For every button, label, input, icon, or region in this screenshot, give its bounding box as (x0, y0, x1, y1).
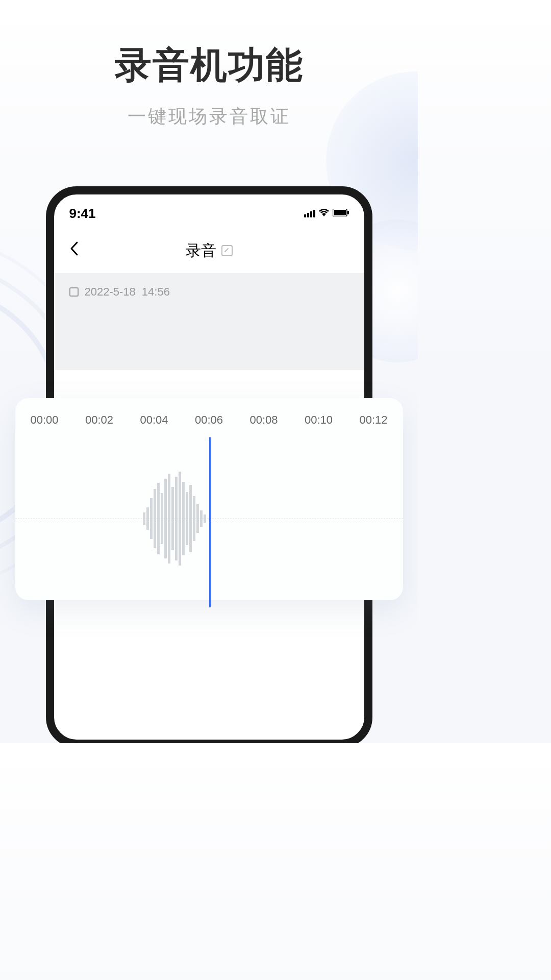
recording-info-section: 2022-5-18 14:56 (54, 273, 364, 370)
back-button[interactable] (69, 241, 79, 260)
playhead[interactable] (209, 437, 211, 607)
time-label: 00:06 (195, 413, 223, 427)
svg-rect-4 (146, 507, 149, 530)
time-label: 00:04 (140, 413, 168, 427)
svg-rect-3 (143, 512, 145, 525)
svg-rect-2 (347, 211, 349, 214)
svg-rect-5 (150, 498, 153, 539)
svg-rect-18 (196, 504, 199, 533)
battery-icon (333, 209, 349, 218)
svg-rect-20 (204, 514, 206, 523)
status-icons (304, 208, 349, 218)
status-bar: 9:41 (54, 201, 364, 226)
svg-rect-10 (168, 474, 170, 564)
recording-date-row: 2022-5-18 14:56 (69, 285, 349, 299)
waveform-area[interactable] (15, 437, 403, 600)
signal-icon (304, 210, 315, 217)
svg-rect-7 (157, 483, 160, 554)
calendar-icon (69, 287, 79, 297)
svg-rect-17 (193, 496, 195, 541)
marketing-header: 录音机功能 一键现场录音取证 (0, 0, 418, 129)
svg-rect-9 (164, 479, 167, 558)
svg-rect-19 (200, 510, 203, 527)
waveform-graphic (143, 468, 209, 570)
nav-bar: 录音 (54, 236, 364, 265)
svg-rect-14 (182, 482, 185, 555)
edit-icon[interactable] (221, 245, 233, 256)
time-labels-row: 00:00 00:02 00:04 00:06 00:08 00:10 00:1… (15, 413, 403, 427)
svg-rect-12 (175, 477, 178, 560)
recording-time: 14:56 (142, 285, 170, 299)
time-label: 00:12 (359, 413, 387, 427)
nav-title-group: 录音 (186, 240, 233, 261)
svg-rect-15 (186, 492, 188, 545)
marketing-title: 录音机功能 (0, 41, 418, 90)
chevron-left-icon (69, 241, 79, 256)
waveform-panel[interactable]: 00:00 00:02 00:04 00:06 00:08 00:10 00:1… (15, 398, 403, 600)
svg-rect-1 (334, 210, 346, 215)
svg-rect-16 (189, 485, 192, 552)
time-label: 00:02 (85, 413, 113, 427)
time-label: 00:08 (249, 413, 278, 427)
svg-rect-11 (171, 487, 174, 550)
svg-rect-8 (161, 493, 163, 544)
nav-title: 录音 (186, 240, 216, 261)
svg-rect-6 (154, 489, 156, 548)
recording-date: 2022-5-18 (85, 285, 136, 299)
status-time: 9:41 (69, 206, 96, 222)
wifi-icon (318, 208, 330, 218)
time-label: 00:00 (31, 413, 59, 427)
marketing-subtitle: 一键现场录音取证 (0, 104, 418, 129)
svg-rect-13 (179, 472, 181, 566)
time-label: 00:10 (305, 413, 333, 427)
